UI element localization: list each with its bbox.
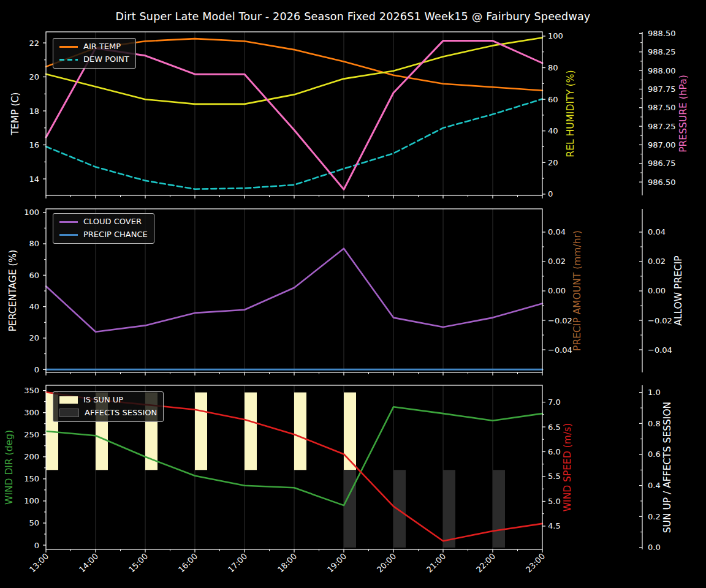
tick-label: 80 (548, 63, 558, 72)
x-tick-label: 19:00 (325, 552, 348, 575)
is-sun-up-bar (245, 393, 257, 470)
tick-label: 987.50 (648, 103, 676, 112)
tick-label: −0.04 (548, 345, 572, 355)
tick-label: 100 (24, 496, 39, 505)
legend-item-air-temp: AIR TEMP (59, 42, 129, 51)
tick-label: 1.0 (648, 388, 661, 397)
tick-label: 0.8 (648, 419, 661, 428)
tick-label: 987.25 (648, 122, 676, 131)
tick-label: 250 (24, 430, 39, 439)
tick-label: 4.5 (548, 521, 561, 530)
sun-up-swatch-icon (59, 396, 78, 404)
affects-session-bar (393, 470, 406, 548)
is-sun-up-bar (344, 393, 356, 470)
wind-speed-m-s-axis-title: WIND SPEED (m/s) (562, 423, 573, 511)
wind-speed-m-s-axis: 7.06.56.05.55.04.5WIND SPEED (m/s) (542, 398, 573, 530)
tick-label: 0 (548, 189, 553, 198)
wind-dir-deg-axis-title: WIND DIR (deg) (4, 430, 15, 505)
tick-label: 100 (24, 208, 39, 217)
x-axis-temperature (46, 195, 542, 198)
sun-up-affects-session-axis-title: SUN UP / AFFECTS SESSION (662, 402, 673, 533)
x-axis-wind: 13:0014:0015:0016:0017:0018:0019:0020:00… (28, 549, 547, 575)
tick-label: 60 (29, 271, 39, 280)
tick-label: 200 (24, 452, 39, 461)
tick-label: 14 (29, 175, 39, 184)
pressure-hpa-axis-title: PRESSURE (hPa) (678, 75, 689, 153)
tick-label: 22 (29, 39, 39, 48)
tick-label: 0.04 (548, 227, 566, 236)
precip-amount-mm-hr-axis: 0.040.020.00−0.02−0.04PRECIP AMOUNT (mm/… (542, 227, 583, 354)
tick-label: −0.02 (548, 316, 572, 325)
tick-label: 986.75 (648, 159, 676, 168)
tick-label: 0.2 (648, 512, 661, 521)
legend-label-cloud-cover: CLOUD COVER (83, 217, 142, 227)
tick-label: 988.50 (648, 29, 676, 38)
x-tick-label: 17:00 (226, 552, 249, 575)
tick-label: 18 (29, 107, 39, 116)
tick-label: 5.5 (548, 472, 561, 481)
legend-item-precip-chance: PRECIP CHANCE (59, 230, 148, 239)
tick-label: 0 (34, 541, 39, 550)
allow-precip-axis-title: ALLOW PRECIP (673, 255, 684, 325)
tick-label: 987.75 (648, 85, 676, 94)
tick-label: 100 (548, 31, 563, 40)
legend-label-affects-session: AFFECTS SESSION (85, 409, 157, 418)
legend-item-is-sun-up: IS SUN UP (59, 396, 157, 405)
tick-label: 988.00 (648, 66, 676, 75)
chart-canvas: 2220181614TEMP (C)100806040200REL HUMIDI… (0, 0, 706, 588)
tick-label: 0 (34, 365, 39, 374)
tick-label: 60 (548, 95, 558, 104)
x-tick-label: 14:00 (77, 552, 100, 575)
legend-label-precip-chance: PRECIP CHANCE (83, 230, 148, 239)
tick-label: 7.0 (548, 398, 561, 407)
tick-label: 0.6 (648, 450, 661, 459)
affects-session-bar (344, 470, 356, 548)
tick-label: 0.4 (648, 481, 661, 490)
x-tick-label: 22:00 (474, 552, 497, 575)
x-tick-label: 21:00 (425, 552, 447, 575)
tick-label: 0.04 (648, 227, 666, 236)
legend-item-dew-point: DEW POINT (59, 55, 129, 64)
legend-label-is-sun-up: IS SUN UP (83, 396, 123, 405)
air-temp-swatch-icon (59, 46, 78, 48)
pressure-hpa-axis: 988.50988.25988.00987.75987.50987.25987.… (639, 29, 689, 187)
tick-label: 0.02 (648, 257, 666, 266)
temp-c-axis-title: TEMP (C) (10, 92, 21, 136)
x-tick-label: 13:00 (28, 552, 50, 575)
dew-point-swatch-icon (59, 59, 78, 61)
tick-label: 80 (29, 239, 39, 248)
tick-label: 50 (29, 518, 39, 527)
tick-label: 986.50 (648, 178, 676, 187)
temp-c-axis: 2220181614TEMP (C) (10, 39, 46, 184)
tick-label: 20 (29, 72, 39, 81)
tick-label: −0.02 (648, 316, 672, 325)
affects-session-bar (493, 470, 505, 548)
weather-forecast-figure: Dirt Super Late Model Tour - 2026 Season… (0, 0, 706, 588)
tick-label: 0.02 (548, 257, 566, 266)
tick-label: 350 (24, 386, 39, 395)
tick-label: 150 (24, 474, 39, 483)
tick-label: 6.0 (548, 447, 561, 456)
rel-humidity-axis: 100806040200REL HUMIDITY (%) (542, 31, 576, 198)
x-tick-label: 18:00 (276, 552, 298, 575)
legend-item-affects-session: AFFECTS SESSION (59, 409, 157, 418)
tick-label: 20 (29, 333, 39, 342)
x-tick-label: 15:00 (127, 552, 150, 575)
tick-label: 988.25 (648, 47, 676, 56)
tick-label: 987.00 (648, 140, 676, 149)
is-sun-up-bar (294, 393, 306, 470)
x-tick-label: 23:00 (524, 552, 547, 575)
legend-label-dew-point: DEW POINT (83, 55, 129, 64)
legend-precipitation: CLOUD COVER PRECIP CHANCE (53, 213, 154, 244)
wind-dir-deg-axis: 350300250200150100500WIND DIR (deg) (4, 386, 46, 549)
tick-label: 0.00 (648, 286, 666, 295)
cloud-cover-swatch-icon (59, 221, 78, 223)
tick-label: 5.0 (548, 497, 561, 506)
legend-label-air-temp: AIR TEMP (83, 42, 121, 51)
x-tick-label: 16:00 (176, 552, 199, 575)
affects-session-bar (443, 470, 455, 548)
allow-precip-axis: 0.040.020.00−0.02−0.04ALLOW PRECIP (639, 227, 684, 354)
is-sun-up-bar (195, 393, 207, 470)
tick-label: 0.0 (648, 543, 661, 552)
tick-label: 40 (29, 302, 39, 311)
